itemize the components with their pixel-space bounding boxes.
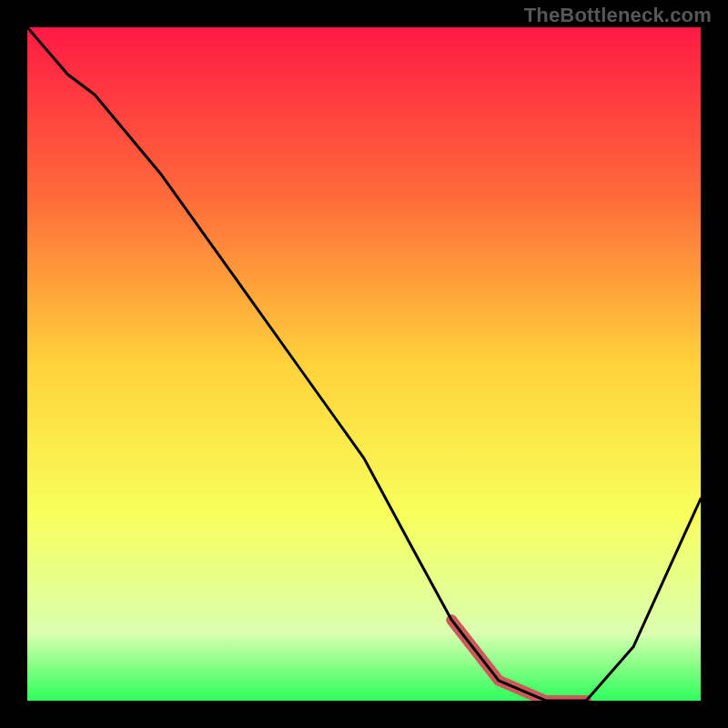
chart-container: TheBottleneck.com (0, 0, 728, 728)
watermark-text: TheBottleneck.com (524, 4, 712, 27)
gradient-background (27, 27, 701, 701)
bottleneck-chart (27, 27, 701, 701)
plot-area (27, 27, 701, 701)
